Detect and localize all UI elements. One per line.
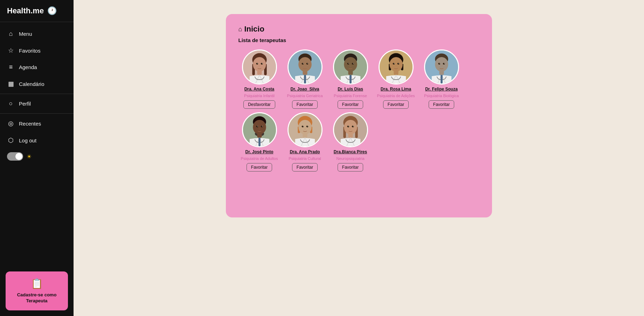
favoritar-btn-ana-costa[interactable]: Desfavoritar: [243, 100, 275, 109]
home-icon: ⌂: [7, 30, 15, 38]
svg-rect-30: [349, 75, 352, 83]
svg-point-56: [253, 120, 266, 134]
specialty-jose-pinto: Psiquiatria de Adultos: [241, 156, 278, 161]
favoritar-btn-bianca-pires[interactable]: Favoritar: [338, 163, 363, 172]
svg-rect-51: [441, 75, 443, 83]
therapist-card-ana-prado: Dra. Ana PradoPsiquiatria CulturalFavori…: [284, 112, 326, 172]
avatar-jose-pinto: [242, 112, 277, 147]
name-jose-pinto[interactable]: Dr. José Pinto: [245, 149, 273, 154]
favoritar-btn-rosa-lima[interactable]: Favoritar: [383, 100, 409, 109]
name-ana-prado[interactable]: Dra. Ana Prado: [290, 149, 320, 154]
svg-point-27: [348, 63, 349, 64]
therapist-card-felipe-souza: Dr. Felipe SouzaPsiquiatria BiológicaFav…: [421, 49, 463, 109]
avatar-ana-prado: [288, 112, 323, 147]
cadastro-card[interactable]: 📋 Cadastre-se como Terapeuta: [6, 271, 68, 310]
svg-point-48: [439, 63, 440, 64]
favoritar-btn-luis-dias[interactable]: Favoritar: [338, 100, 363, 109]
svg-point-40: [399, 63, 399, 64]
sidebar: Health.me 🕐 ⌂ Menu ☆ Favoritos ≡ Agenda …: [0, 0, 74, 316]
therapist-grid-row1: Dra. Ana CostaPsiquiatria InfantilDesfav…: [238, 49, 479, 109]
svg-point-5: [253, 57, 266, 72]
specialty-luis-dias: Psiquiatria Forense: [334, 94, 367, 98]
calendario-label: Calendário: [19, 81, 44, 87]
avatar-rosa-lima: [379, 49, 414, 85]
svg-point-49: [444, 63, 445, 64]
star-icon: ☆: [7, 47, 15, 54]
list-title: Lista de terapeutas: [238, 37, 479, 43]
sidebar-item-logout[interactable]: ⬡ Log out: [0, 132, 74, 149]
svg-point-39: [394, 63, 394, 64]
toggle-knob: [15, 153, 22, 160]
person-icon: ○: [7, 100, 15, 107]
svg-point-28: [353, 63, 354, 64]
breadcrumb: ⌂ Inicio: [238, 25, 479, 34]
specialty-joao-silva: Psiquiatria Geriatrica: [287, 94, 323, 98]
svg-point-10: [259, 65, 260, 67]
therapist-card-ana-costa: Dra. Ana CostaPsiquiatria InfantilDesfav…: [238, 49, 281, 109]
therapist-card-bianca-pires: Dra.Bianca PiresNeuropsiquiatriaFavorita…: [330, 112, 372, 172]
svg-point-82: [348, 126, 349, 127]
favoritar-btn-ana-prado[interactable]: Favoritar: [292, 163, 318, 172]
list-icon: ≡: [7, 63, 15, 71]
name-felipe-souza[interactable]: Dr. Felipe Souza: [425, 87, 458, 92]
page-title: Inicio: [244, 25, 264, 34]
name-bianca-pires[interactable]: Dra.Bianca Pires: [334, 149, 367, 154]
svg-point-79: [344, 120, 357, 134]
specialty-ana-prado: Psiquiatria Cultural: [289, 156, 321, 161]
app-logo: Health.me: [7, 6, 44, 15]
therapist-card-jose-pinto: Dr. José PintoPsiquiatria de AdultosFavo…: [238, 112, 281, 172]
svg-point-60: [262, 126, 263, 127]
svg-rect-62: [258, 138, 261, 146]
favoritos-label: Favoritos: [19, 48, 41, 54]
svg-point-84: [350, 128, 351, 130]
theme-toggle[interactable]: [7, 152, 23, 161]
specialty-ana-costa: Psiquiatria Infantil: [244, 94, 275, 98]
svg-point-45: [435, 57, 448, 72]
therapist-card-luis-dias: Dr. Luis DiasPsiquiatria ForenseFavorita…: [330, 49, 372, 109]
menu-label: Menu: [19, 31, 32, 37]
breadcrumb-home-icon: ⌂: [238, 26, 242, 33]
name-rosa-lima[interactable]: Dra. Rosa Lima: [381, 87, 411, 92]
specialty-felipe-souza: Psiquiatria Biológica: [424, 94, 459, 98]
therapist-grid-row2: Dr. José PintoPsiquiatria de AdultosFavo…: [238, 112, 479, 172]
sidebar-item-recentes[interactable]: ◎ Recentes: [0, 115, 74, 132]
svg-point-8: [257, 63, 258, 64]
svg-point-83: [353, 126, 354, 127]
svg-point-71: [303, 126, 303, 127]
logout-icon: ⬡: [7, 136, 15, 144]
name-ana-costa[interactable]: Dra. Ana Costa: [244, 87, 275, 92]
sidebar-item-agenda[interactable]: ≡ Agenda: [0, 59, 74, 75]
favoritar-btn-felipe-souza[interactable]: Favoritar: [429, 100, 454, 109]
notepad-icon: 📋: [31, 278, 43, 289]
theme-toggle-row: ☀: [0, 149, 74, 164]
svg-point-59: [257, 126, 258, 127]
agenda-label: Agenda: [19, 64, 37, 70]
sidebar-header: Health.me 🕐: [0, 0, 74, 22]
svg-point-41: [395, 65, 397, 67]
favoritar-btn-jose-pinto[interactable]: Favoritar: [247, 163, 272, 172]
favoritar-btn-joao-silva[interactable]: Favoritar: [292, 100, 318, 109]
avatar-bianca-pires: [333, 112, 368, 147]
avatar-ana-costa: [242, 49, 277, 85]
svg-point-72: [307, 126, 308, 127]
svg-point-18: [307, 63, 308, 64]
sidebar-item-calendario[interactable]: ▦ Calendário: [0, 75, 74, 92]
svg-point-29: [350, 65, 351, 67]
sidebar-item-perfil[interactable]: ○ Perfil: [0, 95, 74, 112]
therapist-card-rosa-lima: Dra. Rosa LimaPsiquiatria de AdiçõesFavo…: [375, 49, 417, 109]
content-card: ⌂ Inicio Lista de terapeutas: [226, 14, 492, 217]
specialty-bianca-pires: Neuropsiquiatria: [336, 156, 364, 161]
avatar-joao-silva: [288, 49, 323, 85]
logout-label: Log out: [19, 137, 36, 143]
name-joao-silva[interactable]: Dr. Joao_Silva: [290, 87, 319, 92]
main-content: ⌂ Inicio Lista de terapeutas: [74, 0, 644, 316]
specialty-rosa-lima: Psiquiatria de Adições: [377, 94, 415, 98]
sidebar-item-menu[interactable]: ⌂ Menu: [0, 26, 74, 42]
name-luis-dias[interactable]: Dr. Luis Dias: [338, 87, 363, 92]
svg-point-14: [298, 57, 312, 72]
avatar-luis-dias: [333, 49, 368, 85]
avatar-felipe-souza: [424, 49, 459, 85]
svg-point-61: [259, 128, 260, 130]
therapist-card-joao-silva: Dr. Joao_SilvaPsiquiatria GeriatricaFavo…: [284, 49, 326, 109]
sidebar-item-favoritos[interactable]: ☆ Favoritos: [0, 42, 74, 59]
